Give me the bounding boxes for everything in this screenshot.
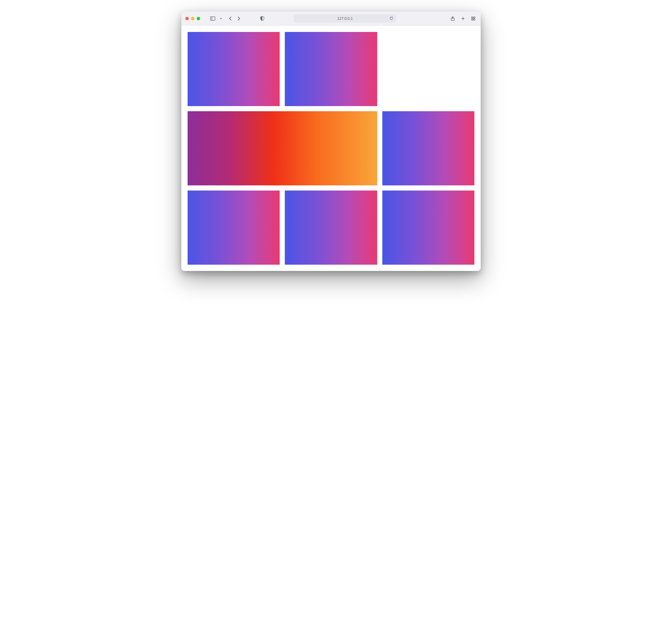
grid-tile-7 — [285, 190, 377, 265]
share-icon[interactable] — [449, 15, 456, 22]
new-tab-icon[interactable] — [459, 15, 467, 22]
address-bar-text: 127.0.0.1 — [337, 16, 353, 21]
sidebar-toggle-button[interactable] — [209, 15, 216, 22]
svg-rect-0 — [210, 17, 215, 20]
grid-tile-4 — [188, 111, 377, 185]
browser-window: 127.0.0.1 — [181, 12, 481, 271]
reload-icon[interactable] — [389, 16, 394, 21]
window-minimize-button[interactable] — [191, 17, 194, 20]
nav-arrows — [228, 15, 242, 22]
back-button[interactable] — [228, 15, 234, 22]
svg-rect-6 — [472, 17, 473, 18]
svg-rect-8 — [472, 19, 473, 20]
grid-tile-3 — [382, 32, 474, 106]
tab-overview-icon[interactable] — [470, 15, 477, 22]
window-zoom-button[interactable] — [197, 17, 200, 20]
window-traffic-lights — [185, 17, 200, 20]
svg-rect-9 — [474, 19, 475, 20]
grid-tile-6 — [188, 190, 280, 265]
grid-tile-8 — [382, 190, 474, 265]
grid-tile-2 — [285, 32, 377, 106]
svg-rect-7 — [474, 17, 475, 18]
toolbar-right — [449, 15, 477, 22]
browser-titlebar: 127.0.0.1 — [181, 12, 481, 26]
window-close-button[interactable] — [185, 17, 189, 20]
tab-group-chevron-icon[interactable] — [219, 15, 223, 22]
page-viewport — [181, 26, 481, 271]
grid-tile-1 — [188, 32, 280, 106]
address-bar[interactable]: 127.0.0.1 — [294, 15, 396, 23]
privacy-shield-icon[interactable] — [259, 15, 266, 22]
grid-tile-5 — [382, 111, 474, 185]
gradient-grid — [188, 32, 474, 265]
forward-button[interactable] — [236, 15, 242, 22]
